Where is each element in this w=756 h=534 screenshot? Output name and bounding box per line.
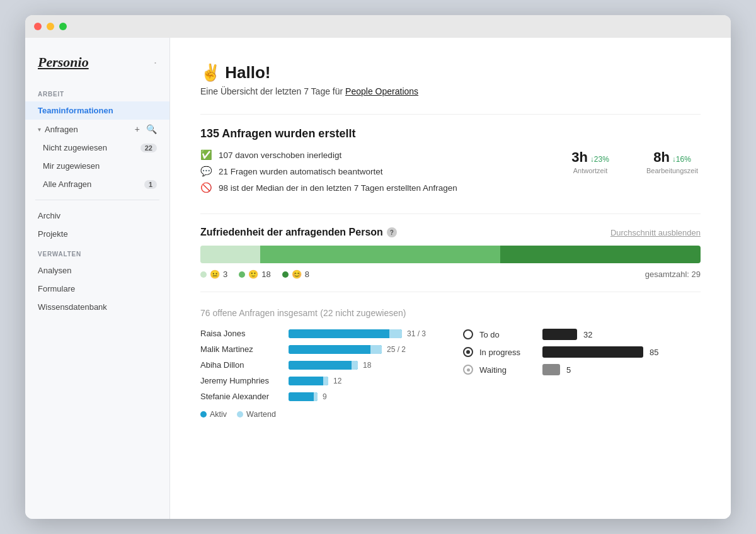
sidebar-item-label: Teaminformationen xyxy=(38,106,113,115)
logo-dot: · xyxy=(154,56,157,69)
status-label-waiting: Waiting xyxy=(479,365,536,375)
maximize-button[interactable] xyxy=(59,23,67,30)
bar-waiting xyxy=(352,361,358,370)
bearbeitungszeit-metric: 8h ↓16% Bearbeitungszeit xyxy=(644,149,701,174)
section-label-arbeit: ARBEIT xyxy=(25,83,169,101)
greeting-section: ✌️ Hallo! Eine Übersicht der letzten 7 T… xyxy=(200,63,701,96)
sidebar-item-label: Projekte xyxy=(38,229,68,239)
antwortzeit-change: ↓23% xyxy=(590,155,609,164)
people-list: Raisa Jones 31 / 3 Malik Mart xyxy=(200,329,438,419)
sidebar-item-projekte[interactable]: Projekte xyxy=(25,225,169,243)
person-bar xyxy=(289,392,318,401)
close-button[interactable] xyxy=(34,23,42,30)
sidebar-item-teaminformationen[interactable]: Teaminformationen xyxy=(25,101,169,120)
help-icon[interactable]: ? xyxy=(387,227,397,237)
inprogress-bar xyxy=(542,346,643,358)
sidebar-item-mir-zugewiesen[interactable]: Mir zugewiesen xyxy=(25,157,169,175)
app-window: Personio · ARBEIT Teaminformationen ▾ An… xyxy=(25,15,731,519)
chat-icon: 💬 xyxy=(200,166,212,177)
gesamtzahl: gesamtzahl: 29 xyxy=(645,270,701,279)
people-operations-link[interactable]: People Operations xyxy=(345,86,418,96)
sat-bar-mid xyxy=(260,246,500,263)
sidebar-item-formulare[interactable]: Formulare xyxy=(25,280,169,298)
status-label-todo: To do xyxy=(479,330,536,339)
satisfaction-title: Zufriedenheit der anfragenden Person ? xyxy=(200,227,397,238)
minimize-button[interactable] xyxy=(47,23,54,30)
legend-count-0: 3 xyxy=(223,270,227,279)
inprogress-count: 85 xyxy=(650,348,665,357)
sidebar-item-label: Nicht zugewiesen xyxy=(43,143,107,152)
stat-text: 21 Fragen wurden automatisch beantwortet xyxy=(219,167,382,176)
bar-active xyxy=(289,361,352,370)
add-anfragen-button[interactable]: + xyxy=(135,124,140,134)
satisfaction-legend: 😐 3 🙂 18 😊 8 xyxy=(200,270,701,279)
bar-num: 31 / 3 xyxy=(407,329,426,338)
stat-text: 107 davon verschoben inerledigt xyxy=(219,151,341,160)
person-name: Jeremy Humphries xyxy=(200,376,282,385)
divider-3 xyxy=(200,292,701,292)
stat-item-2: 🚫 98 ist der Median der in den letzten 7… xyxy=(200,182,537,193)
stat-item-0: ✅ 107 davon verschoben inerledigt xyxy=(200,149,537,161)
sidebar-item-label: Anfragen xyxy=(45,125,78,134)
sidebar-logo: Personio · xyxy=(25,48,169,83)
person-bar xyxy=(289,377,328,385)
person-name: Abiha Dillon xyxy=(200,360,282,370)
titlebar xyxy=(25,15,731,38)
open-requests-grid: Raisa Jones 31 / 3 Malik Mart xyxy=(200,329,701,419)
app-body: Personio · ARBEIT Teaminformationen ▾ An… xyxy=(25,38,731,519)
divider-2 xyxy=(200,213,701,214)
stat-text: 98 ist der Median der in den letzten 7 T… xyxy=(219,183,457,193)
sat-bar-light xyxy=(200,246,260,263)
waiting-bar xyxy=(542,364,560,375)
sidebar-item-nicht-zugewiesen[interactable]: Nicht zugewiesen 22 xyxy=(25,139,169,157)
bar-active xyxy=(289,329,389,338)
antwortzeit-value: 3h xyxy=(571,149,588,166)
person-row: Stefanie Alexander 9 xyxy=(200,392,438,401)
legend-item-0: 😐 3 xyxy=(200,270,227,279)
sidebar-item-label: Wissensdatenbank xyxy=(38,302,107,312)
inprogress-icon xyxy=(463,347,473,357)
sidebar-item-wissensdatenbank[interactable]: Wissensdatenbank xyxy=(25,298,169,316)
legend-label-wartend: Wartend xyxy=(246,410,276,419)
sidebar-item-alle-anfragen[interactable]: Alle Anfragen 1 xyxy=(25,175,169,193)
status-label-inprogress: In progress xyxy=(479,348,536,357)
legend-item-2: 😊 8 xyxy=(282,270,309,279)
legend-circle-wartend xyxy=(237,411,243,418)
sidebar-item-label: Archiv xyxy=(38,211,60,220)
satisfaction-header: Zufriedenheit der anfragenden Person ? D… xyxy=(200,227,701,238)
waiting-count: 5 xyxy=(566,365,581,375)
search-anfragen-button[interactable]: 🔍 xyxy=(146,124,157,134)
todo-bar xyxy=(542,329,577,340)
sidebar-item-anfragen[interactable]: ▾ Anfragen + 🔍 xyxy=(25,120,169,139)
hide-average-link[interactable]: Durchschnitt ausblenden xyxy=(610,228,701,237)
person-name: Stefanie Alexander xyxy=(200,392,282,401)
sidebar-item-analysen[interactable]: Analysen xyxy=(25,261,169,280)
main-content: ✌️ Hallo! Eine Übersicht der letzten 7 T… xyxy=(170,38,731,519)
logo-text: Personio xyxy=(38,54,89,71)
stats-row: ✅ 107 davon verschoben inerledigt 💬 21 F… xyxy=(200,149,701,198)
status-list: To do 32 In progress 85 xyxy=(463,329,701,419)
sat-bar-dark xyxy=(500,246,701,263)
open-requests-title: 76 offene Anfragen insgesamt (22 nicht z… xyxy=(200,307,701,319)
sidebar-item-archiv[interactable]: Archiv xyxy=(25,207,169,225)
person-name: Raisa Jones xyxy=(200,329,282,338)
antwortzeit-metric: 3h ↓23% Antwortzeit xyxy=(562,149,619,174)
person-bar xyxy=(289,361,358,370)
bearbeitungszeit-value: 8h xyxy=(653,149,670,166)
legend-dot-light xyxy=(200,271,207,278)
sidebar-item-label: Alle Anfragen xyxy=(43,179,91,189)
person-row: Jeremy Humphries 12 xyxy=(200,376,438,385)
sidebar-item-label: Formulare xyxy=(38,284,75,293)
open-requests-section: 76 offene Anfragen insgesamt (22 nicht z… xyxy=(200,307,701,419)
greeting-title: ✌️ Hallo! xyxy=(200,63,701,82)
checkmark-icon: ✅ xyxy=(200,149,212,161)
legend-dot-dark xyxy=(282,271,289,278)
bar-active xyxy=(289,392,314,401)
person-legend: Aktiv Wartend xyxy=(200,410,438,419)
legend-circle-aktiv xyxy=(200,411,207,418)
person-bar xyxy=(289,329,402,338)
greeting-subtitle: Eine Übersicht der letzten 7 Tage für Pe… xyxy=(200,86,701,96)
bar-waiting xyxy=(370,345,382,354)
divider-1 xyxy=(200,114,701,115)
bar-num: 18 xyxy=(363,361,371,370)
